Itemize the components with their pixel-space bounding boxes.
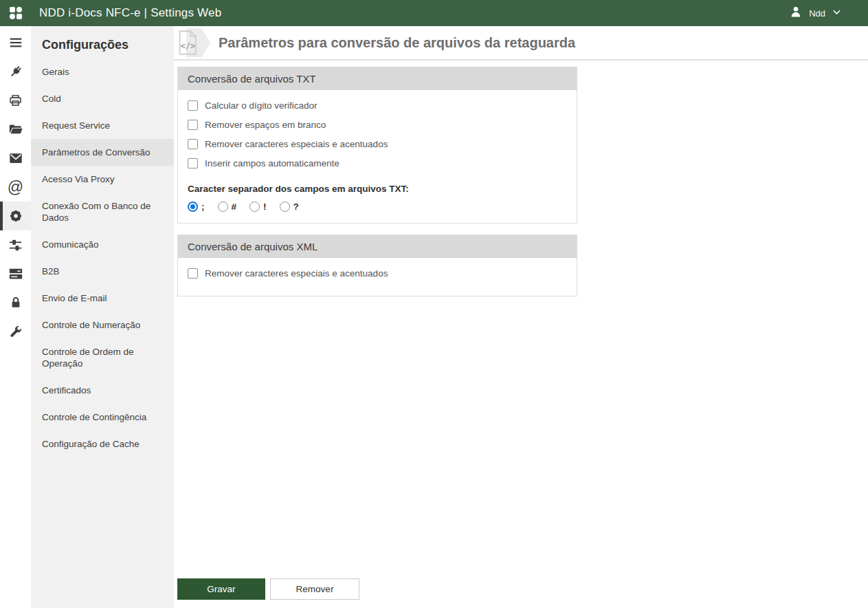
sidebar-item-parametros-de-conversao[interactable]: Parâmetros de Conversão [31,139,174,166]
sidebar-title: Configurações [31,26,174,58]
sidebar-item-cold[interactable]: Cold [31,85,174,112]
radio-question[interactable]: ? [280,202,299,212]
rail-parameters-button[interactable] [0,230,31,259]
save-button[interactable]: Gravar [177,578,265,600]
radio-icon [188,202,198,212]
server-icon [8,266,23,281]
radio-semicolon[interactable]: ; [188,202,205,212]
rail-integrations-button[interactable] [0,57,31,86]
rail-files-button[interactable] [0,115,31,144]
gear-icon [8,208,23,224]
checkbox-remover-caracteres-especiais-txt[interactable]: Remover caracteres especiais e acentuado… [188,139,567,149]
sidebar-item-controle-ordem-operacao[interactable]: Controle de Ordem de Operação [31,338,174,377]
page-title: Parâmetros para conversão de arquivos da… [219,35,575,51]
chevron-down-icon [832,7,842,20]
radio-hash[interactable]: # [218,202,237,212]
radio-icon [249,202,260,212]
wrench-icon [8,325,23,339]
user-name: Ndd [809,8,825,19]
radio-label: ? [293,202,299,212]
sidebar-item-controle-de-numeracao[interactable]: Controle de Numeração [31,312,174,338]
rail-printer-button[interactable] [0,86,31,115]
form-area: Conversão de arquivos TXT Calcular o díg… [174,61,868,296]
panel-xml-title: Conversão de arquivos XML [178,235,577,258]
checkbox-inserir-campos-automaticamente[interactable]: Inserir campos automaticamente [188,158,567,169]
plug-icon [8,65,23,79]
separator-radio-group: ; # ! ? [188,202,567,212]
checkbox-label: Remover espaços em branco [205,120,326,130]
lock-icon [9,296,23,310]
app-launcher-grid-icon[interactable] [9,6,23,20]
rail-menu-button[interactable] [0,28,31,57]
sidebar-item-envio-de-email[interactable]: Envio de E-mail [31,285,174,312]
panel-txt-title: Conversão de arquivos TXT [178,67,577,90]
radio-label: # [232,202,237,212]
radio-label: ; [201,202,205,212]
app-window: NDD i-Docs NFC-e | Settings Web Ndd [0,0,868,608]
panel-txt-body: Calcular o dígito verificador Remover es… [178,90,577,223]
panel-xml-body: Remover caracteres especiais e acentuado… [178,258,577,296]
sidebar-item-comunicacao[interactable]: Comunicação [31,231,174,258]
sidebar-item-b2b[interactable]: B2B [31,258,174,285]
user-menu[interactable]: Ndd [789,5,842,21]
rail-mail-button[interactable] [0,144,31,173]
checkbox-remover-espacos-em-branco[interactable]: Remover espaços em branco [188,120,567,130]
page-header: </> Parâmetros para conversão de arquivo… [174,26,868,61]
printer-icon [8,94,23,108]
checkbox-icon [188,139,198,149]
rail-security-button[interactable] [0,288,31,317]
checkbox-remover-caracteres-especiais-xml[interactable]: Remover caracteres especiais e acentuado… [188,268,567,279]
icon-rail: @ [0,26,31,608]
topbar: NDD i-Docs NFC-e | Settings Web Ndd [0,0,868,26]
sidebar-item-request-service[interactable]: Request Service [31,112,174,139]
action-buttons: Gravar Remover [177,578,359,600]
radio-icon [280,202,290,212]
checkbox-label: Calcular o dígito verificador [205,100,318,111]
sliders-icon [8,238,23,252]
sidebar-item-gerais[interactable]: Gerais [31,58,174,85]
checkbox-icon [188,100,198,111]
sidebar-item-conexao-banco-de-dados[interactable]: Conexão Com o Banco de Dados [31,193,174,231]
checkbox-icon [188,158,198,169]
main-content: </> Parâmetros para conversão de arquivo… [174,26,868,608]
rail-email-settings-button[interactable]: @ [0,173,31,202]
panel-txt-conversion: Conversão de arquivos TXT Calcular o díg… [177,67,577,224]
envelope-icon [8,151,23,166]
rail-tools-button[interactable] [0,317,31,346]
sidebar-item-certificados[interactable]: Certificados [31,377,174,404]
sidebar-item-acesso-via-proxy[interactable]: Acesso Via Proxy [31,166,174,193]
checkbox-label: Remover caracteres especiais e acentuado… [205,139,388,149]
radio-exclamation[interactable]: ! [249,202,267,212]
rail-settings-button[interactable] [0,202,31,230]
checkbox-icon [188,120,198,130]
checkbox-label: Remover caracteres especiais e acentuado… [205,268,388,279]
radio-icon [218,202,228,212]
separator-character-label: Caracter separador dos campos em arquivo… [188,184,567,194]
sidebar-item-configuracao-de-cache[interactable]: Configuração de Cache [31,431,174,457]
svg-text:</>: </> [181,41,196,51]
folder-open-icon [8,122,23,137]
app-title: NDD i-Docs NFC-e | Settings Web [39,6,221,20]
panel-xml-conversion: Conversão de arquivos XML Remover caract… [177,235,577,296]
rail-services-button[interactable] [0,259,31,288]
checkbox-calcular-digito-verificador[interactable]: Calcular o dígito verificador [188,100,567,111]
checkbox-label: Inserir campos automaticamente [205,158,340,169]
file-code-icon: </> [176,28,212,58]
menu-icon [8,35,23,50]
remove-button[interactable]: Remover [270,578,359,600]
checkbox-icon [188,268,198,279]
user-icon [789,5,803,21]
at-sign-icon: @ [8,180,23,195]
sidebar-item-controle-de-contingencia[interactable]: Controle de Contingência [31,404,174,431]
radio-label: ! [263,202,267,212]
settings-sidebar: Configurações Gerais Cold Request Servic… [31,26,174,608]
